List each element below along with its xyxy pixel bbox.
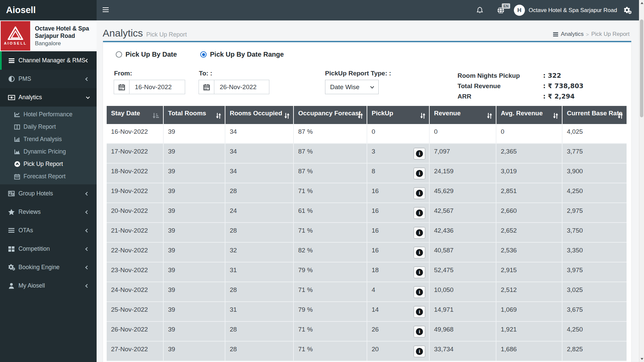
pickup-info-button[interactable]: i: [414, 286, 425, 298]
col-header-pickup[interactable]: PickUp: [367, 106, 430, 124]
chevron-left-icon: [85, 265, 89, 269]
calendar-icon[interactable]: [199, 80, 214, 94]
from-date-input[interactable]: [129, 80, 185, 94]
topbar: EN H Octave Hotel & Spa Sarjapur Road: [97, 0, 639, 20]
cell-current-base-rate: 2,975: [562, 203, 627, 223]
cell-revenue: 49,968: [430, 322, 496, 342]
col-header-total-rooms[interactable]: Total Rooms: [164, 106, 225, 124]
cell-rooms-occupied: 28: [225, 223, 294, 243]
pickup-info-button[interactable]: i: [414, 168, 425, 179]
cell-revenue: 42,567: [430, 203, 496, 223]
sidebar-item-group-hotels[interactable]: Group Hotels: [0, 184, 97, 203]
scrollbar-down-arrow[interactable]: [641, 358, 643, 360]
info-icon: i: [416, 229, 423, 236]
to-date-input[interactable]: [214, 80, 269, 94]
pickup-report-table: Stay Date Total Rooms Rooms Occupied Occ…: [107, 106, 627, 361]
submenu-item-forecast-report[interactable]: Forecast Report: [0, 170, 97, 183]
breadcrumb-analytics[interactable]: Analytics: [561, 31, 584, 38]
col-header-current-base-rate[interactable]: Current Base Rate: [562, 106, 627, 124]
analytics-submenu: Hotel Performance Daily Report Trend Ana…: [0, 107, 97, 184]
submenu-item-dynamic-pricing[interactable]: Dynamic Pricing: [0, 145, 97, 158]
cell-occupancy-forecast: 71 %: [294, 282, 367, 302]
sort-icon[interactable]: [358, 113, 363, 121]
cell-stay-date: 19-Nov-2022: [107, 183, 164, 203]
summary-label: Room Nights Pickup: [458, 70, 543, 81]
submenu-item-label: Trend Analysis: [23, 136, 62, 143]
cell-occupancy-forecast: 87 %: [294, 144, 367, 164]
col-header-revenue[interactable]: Revenue: [430, 106, 496, 124]
sidebar-item-competition[interactable]: Competition: [0, 240, 97, 258]
radio-circle-unchecked[interactable]: [116, 51, 122, 58]
table-row: 21-Nov-2022 39 28 71 % 16i 42,436 2,652 …: [107, 223, 627, 243]
pickup-info-button[interactable]: i: [414, 306, 425, 318]
avatar[interactable]: H: [514, 5, 525, 16]
sidebar: Aiosell AIOSELL Octave Hotel & Spa Sarja…: [0, 0, 97, 362]
breadcrumb-separator: >: [586, 32, 589, 37]
main-content: AnalyticsPick Up Report Analytics > Pick…: [97, 20, 639, 362]
brand-logo[interactable]: Aiosell: [0, 0, 97, 20]
cell-total-rooms: 39: [164, 282, 225, 302]
radio-circle-checked[interactable]: [200, 51, 207, 58]
language-badge: EN: [502, 3, 510, 9]
cell-occupancy-forecast: 87 %: [294, 124, 367, 144]
settings-gears-icon[interactable]: [623, 0, 632, 20]
user-icon: [7, 283, 15, 289]
radio-pickup-by-date[interactable]: Pick Up By Date: [116, 51, 177, 58]
page-scrollbar[interactable]: [639, 0, 644, 362]
sidebar-item-otas[interactable]: OTAs: [0, 221, 97, 240]
col-header-label: Total Rooms: [168, 110, 206, 117]
pickup-info-button[interactable]: i: [414, 148, 425, 160]
sort-icon[interactable]: [553, 113, 558, 121]
submenu-item-pick-up-report[interactable]: Pick Up Report: [0, 158, 97, 170]
calendar-icon[interactable]: [114, 80, 129, 94]
sidebar-item-booking-engine[interactable]: Booking Engine: [0, 258, 97, 277]
submenu-item-hotel-performance[interactable]: Hotel Performance: [0, 108, 97, 121]
col-header-rooms-occupied[interactable]: Rooms Occupied: [225, 106, 294, 124]
cell-rooms-occupied: 32: [225, 243, 294, 262]
radio-label: Pick Up By Date Range: [210, 51, 284, 58]
pickup-info-button[interactable]: i: [414, 207, 425, 219]
topbar-hotel-name[interactable]: Octave Hotel & Spa Sarjapur Road: [529, 0, 617, 20]
hamburger-menu-icon[interactable]: [103, 7, 109, 13]
sidebar-item-pms[interactable]: PMS: [0, 70, 97, 88]
pickup-info-button[interactable]: i: [414, 326, 425, 338]
object-group-icon: [7, 191, 15, 196]
radio-pickup-by-date-range[interactable]: Pick Up By Date Range: [200, 51, 284, 58]
report-type-select[interactable]: Date Wise: [325, 80, 379, 94]
cell-avg-revenue: 3,019: [496, 164, 562, 183]
col-header-occupancy-forecast[interactable]: Occupancy Forecast: [294, 106, 367, 124]
sidebar-item-reviews[interactable]: Reviews: [0, 203, 97, 221]
scrollbar-up-arrow[interactable]: [641, 2, 643, 4]
sort-icon[interactable]: [487, 113, 492, 121]
pickup-value: 16: [372, 207, 379, 214]
from-date-input-group: [114, 80, 185, 94]
breadcrumb: Analytics > Pick Up Report: [553, 31, 630, 38]
pickup-value: 16: [372, 227, 379, 234]
sidebar-item-analytics[interactable]: Analytics: [0, 88, 97, 107]
submenu-item-daily-report[interactable]: Daily Report: [0, 121, 97, 133]
select-caret-icon: [370, 86, 374, 89]
sidebar-item-channel-manager[interactable]: Channel Manager & RMS: [0, 51, 97, 70]
sort-icon[interactable]: [618, 113, 623, 121]
sort-amount-icon[interactable]: [152, 113, 160, 121]
pickup-info-button[interactable]: i: [414, 346, 425, 357]
cell-avg-revenue: 2,660: [496, 203, 562, 223]
col-header-stay-date[interactable]: Stay Date: [107, 106, 164, 124]
notifications-bell-icon[interactable]: [476, 0, 484, 20]
info-icon: i: [416, 348, 423, 355]
summary-panel: Room Nights Pickup : 322 Total Revenue :…: [458, 70, 584, 102]
pickup-info-button[interactable]: i: [414, 266, 425, 278]
sidebar-item-my-aiosell[interactable]: My Aiosell: [0, 277, 97, 295]
pickup-info-button[interactable]: i: [414, 227, 425, 239]
scrollbar-thumb[interactable]: [640, 19, 643, 117]
col-header-avg-revenue[interactable]: Avg. Revenue: [496, 106, 562, 124]
table-row: 17-Nov-2022 39 34 87 % 3i 7,097 2,365 3,…: [107, 144, 627, 164]
sort-icon[interactable]: [284, 113, 290, 121]
pickup-info-button[interactable]: i: [414, 187, 425, 199]
radio-label: Pick Up By Date: [125, 51, 177, 58]
submenu-item-trend-analysis[interactable]: Trend Analysis: [0, 133, 97, 145]
pickup-info-button[interactable]: i: [414, 247, 425, 258]
sort-icon[interactable]: [420, 113, 426, 121]
cell-stay-date: 16-Nov-2022: [107, 124, 164, 144]
sort-icon[interactable]: [216, 113, 221, 121]
